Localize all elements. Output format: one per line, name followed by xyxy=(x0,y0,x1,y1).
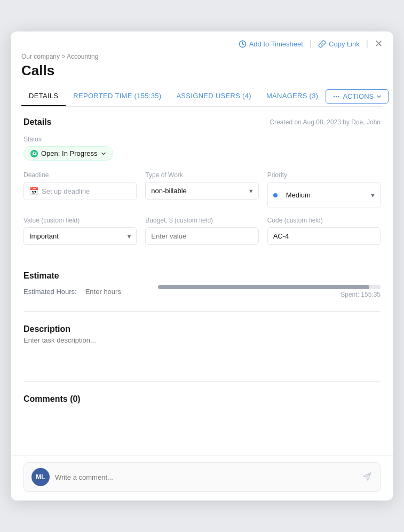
details-section-header: Details Created on Aug 08, 2023 by Doe, … xyxy=(23,117,381,127)
comment-footer: ML xyxy=(11,455,393,501)
estimate-section: Estimate Estimated Hours: Spent: 155:35 xyxy=(23,271,381,298)
description-section-title: Description xyxy=(23,324,381,334)
estimate-row: Estimated Hours: Spent: 155:35 xyxy=(23,285,381,298)
priority-dot xyxy=(273,193,278,197)
task-modal: Add to Timesheet | Copy Link | ✕ Our com… xyxy=(11,31,393,501)
budget-custom-label: Budget, $ (custom field) xyxy=(145,217,258,224)
type-of-work-field: Type of Work non-billable billable inter… xyxy=(145,171,258,208)
fields-row-1: Deadline 📅 Set up deadline Type of Work … xyxy=(23,171,381,208)
add-timesheet-label: Add to Timesheet xyxy=(249,40,303,48)
deadline-input[interactable]: 📅 Set up deadline xyxy=(23,182,137,200)
estimated-hours-input[interactable] xyxy=(85,285,149,298)
status-value: Open: In Progress xyxy=(41,149,98,157)
comment-input-row: ML xyxy=(23,462,381,492)
svg-point-3 xyxy=(338,96,339,97)
code-custom-label: Code (custom field) xyxy=(267,217,381,224)
avatar-initials: ML xyxy=(36,473,45,481)
svg-point-1 xyxy=(334,96,335,97)
actions-button[interactable]: ACTIONS xyxy=(326,89,389,104)
progress-bar-bg xyxy=(158,285,381,289)
spent-label: Spent: 155:35 xyxy=(158,291,381,298)
modal-header: Add to Timesheet | Copy Link | ✕ Our com… xyxy=(11,31,393,107)
divider-estimate-description xyxy=(23,311,381,312)
estimated-hours-label: Estimated Hours: xyxy=(23,288,77,296)
tab-reported-time[interactable]: REPORTED TIME (155:35) xyxy=(66,86,169,106)
code-custom-field: Code (custom field) xyxy=(267,217,381,245)
page-title: Calls xyxy=(21,62,383,79)
close-button[interactable]: ✕ xyxy=(375,39,383,49)
comments-empty-space xyxy=(23,412,381,444)
send-icon xyxy=(362,471,373,482)
svg-point-2 xyxy=(336,96,337,97)
status-dropdown[interactable]: Open: In Progress xyxy=(23,146,113,161)
modal-body: Details Created on Aug 08, 2023 by Doe, … xyxy=(11,107,393,455)
priority-field: Priority Low Medium High Critical ▼ xyxy=(267,171,381,208)
comment-input[interactable] xyxy=(55,473,357,481)
fields-row-2: Value (custom field) Important Normal Lo… xyxy=(23,217,381,245)
created-info: Created on Aug 08, 2023 by Doe, John xyxy=(270,118,381,126)
type-of-work-select[interactable]: non-billable billable internal xyxy=(146,182,258,199)
divider-1: | xyxy=(310,39,312,49)
breadcrumb: Our company > Accounting xyxy=(21,53,383,60)
chevron-down-icon xyxy=(376,94,382,99)
actions-icon xyxy=(332,93,340,100)
status-chevron-icon xyxy=(101,151,106,156)
status-label: Status xyxy=(23,136,381,143)
progress-bar-fill xyxy=(158,285,369,289)
copy-link-button[interactable]: Copy Link xyxy=(318,40,360,48)
priority-select-wrapper: Low Medium High Critical ▼ xyxy=(267,182,381,208)
budget-custom-input[interactable] xyxy=(145,227,258,245)
value-custom-label: Value (custom field) xyxy=(23,217,137,224)
details-section-title: Details xyxy=(23,117,51,127)
top-bar: Add to Timesheet | Copy Link | ✕ xyxy=(21,39,383,49)
tab-assigned-users[interactable]: ASSIGNED USERS (4) xyxy=(169,86,259,106)
actions-label: ACTIONS xyxy=(343,92,374,100)
copy-link-label: Copy Link xyxy=(329,40,360,48)
description-textarea[interactable] xyxy=(23,334,381,366)
estimate-section-title: Estimate xyxy=(23,271,381,281)
calendar-icon: 📅 xyxy=(29,187,38,195)
send-comment-button[interactable] xyxy=(362,471,373,483)
value-custom-select-wrapper: Important Normal Low ▼ xyxy=(23,227,137,245)
status-icon xyxy=(30,150,38,157)
priority-label: Priority xyxy=(267,171,381,179)
avatar: ML xyxy=(31,468,50,486)
comments-section-title: Comments (0) xyxy=(23,394,381,404)
progress-bar-wrapper: Spent: 155:35 xyxy=(158,285,381,298)
value-custom-field: Value (custom field) Important Normal Lo… xyxy=(23,217,137,245)
divider-description-comments xyxy=(23,381,381,382)
budget-custom-field: Budget, $ (custom field) xyxy=(145,217,258,245)
status-field: Status Open: In Progress xyxy=(23,136,381,161)
comments-section: Comments (0) xyxy=(23,394,381,444)
description-section: Description xyxy=(23,324,381,368)
type-of-work-select-wrapper: non-billable billable internal ▼ xyxy=(145,182,258,200)
type-of-work-label: Type of Work xyxy=(145,171,258,179)
tabs-bar: DETAILS REPORTED TIME (155:35) ASSIGNED … xyxy=(21,86,383,107)
clock-status-icon xyxy=(31,151,37,156)
deadline-field: Deadline 📅 Set up deadline xyxy=(23,171,137,208)
divider-details-estimate xyxy=(23,258,381,258)
priority-select[interactable]: Low Medium High Critical xyxy=(281,187,364,203)
value-custom-select[interactable]: Important Normal Low xyxy=(24,228,136,244)
deadline-placeholder: Set up deadline xyxy=(42,187,90,195)
clock-icon xyxy=(239,40,247,48)
breadcrumb-text: Our company > Accounting xyxy=(21,53,98,60)
add-timesheet-button[interactable]: Add to Timesheet xyxy=(239,40,303,48)
link-icon xyxy=(318,40,326,48)
divider-2: | xyxy=(366,39,368,49)
tab-managers[interactable]: MANAGERS (3) xyxy=(259,86,326,106)
tab-details[interactable]: DETAILS xyxy=(21,86,66,106)
deadline-label: Deadline xyxy=(23,171,137,179)
code-custom-input[interactable] xyxy=(267,227,381,245)
